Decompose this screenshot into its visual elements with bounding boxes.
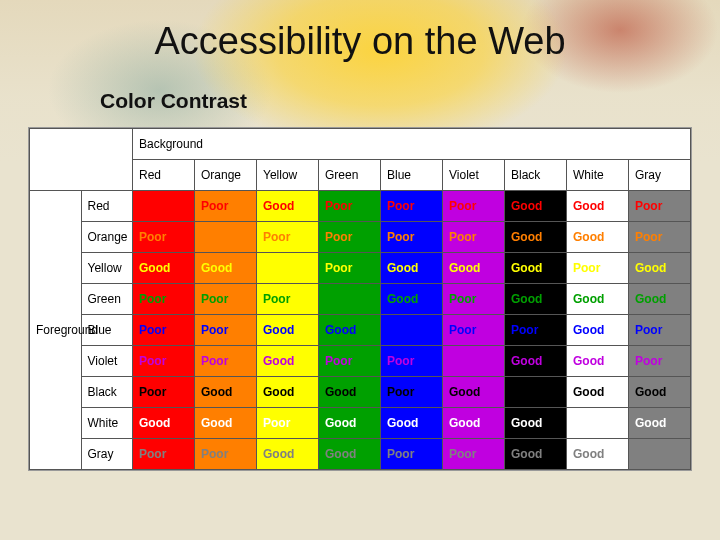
cell-gray-on-black: Good [505,439,567,470]
fg-row-violet: Violet [81,346,133,377]
bg-col-yellow: Yellow [257,160,319,191]
fg-row-black: Black [81,377,133,408]
cell-blue-on-green: Good [319,315,381,346]
cell-red-on-yellow: Good [257,191,319,222]
cell-yellow-on-yellow [257,253,319,284]
cell-violet-on-violet [443,346,505,377]
table-row: BlackPoorGoodGoodGoodPoorGoodGoodGood [30,377,691,408]
cell-blue-on-yellow: Good [257,315,319,346]
table-body: ForegroundRedPoorGoodPoorPoorPoorGoodGoo… [30,191,691,470]
table-row: YellowGoodGoodPoorGoodGoodGoodPoorGood [30,253,691,284]
cell-red-on-white: Good [567,191,629,222]
cell-violet-on-black: Good [505,346,567,377]
cell-orange-on-blue: Poor [381,222,443,253]
cell-blue-on-orange: Poor [195,315,257,346]
cell-yellow-on-white: Poor [567,253,629,284]
cell-red-on-black: Good [505,191,567,222]
cell-yellow-on-gray: Good [629,253,691,284]
cell-white-on-white [567,408,629,439]
table-row: VioletPoorPoorGoodPoorPoorGoodGoodPoor [30,346,691,377]
bg-col-white: White [567,160,629,191]
fg-row-orange: Orange [81,222,133,253]
cell-orange-on-orange [195,222,257,253]
bg-col-blue: Blue [381,160,443,191]
cell-green-on-green [319,284,381,315]
cell-orange-on-black: Good [505,222,567,253]
cell-white-on-yellow: Poor [257,408,319,439]
cell-black-on-gray: Good [629,377,691,408]
cell-orange-on-white: Good [567,222,629,253]
cell-violet-on-white: Good [567,346,629,377]
page-title: Accessibility on the Web [0,20,720,63]
cell-blue-on-white: Good [567,315,629,346]
bg-col-red: Red [133,160,195,191]
cell-violet-on-gray: Poor [629,346,691,377]
contrast-table: Background RedOrangeYellowGreenBlueViole… [29,128,691,470]
bg-col-violet: Violet [443,160,505,191]
cell-black-on-orange: Good [195,377,257,408]
cell-gray-on-blue: Poor [381,439,443,470]
cell-gray-on-orange: Poor [195,439,257,470]
contrast-table-container: Background RedOrangeYellowGreenBlueViole… [28,127,692,471]
fg-row-yellow: Yellow [81,253,133,284]
cell-orange-on-green: Poor [319,222,381,253]
cell-yellow-on-blue: Good [381,253,443,284]
bg-col-orange: Orange [195,160,257,191]
cell-black-on-violet: Good [443,377,505,408]
cell-red-on-violet: Poor [443,191,505,222]
cell-violet-on-blue: Poor [381,346,443,377]
cell-green-on-violet: Poor [443,284,505,315]
table-row: GrayPoorPoorGoodGoodPoorPoorGoodGood [30,439,691,470]
cell-orange-on-violet: Poor [443,222,505,253]
table-row: WhiteGoodGoodPoorGoodGoodGoodGoodGood [30,408,691,439]
cell-gray-on-violet: Poor [443,439,505,470]
cell-yellow-on-green: Poor [319,253,381,284]
fg-row-white: White [81,408,133,439]
cell-black-on-black [505,377,567,408]
slide: Accessibility on the Web Color Contrast … [0,0,720,540]
cell-red-on-red [133,191,195,222]
cell-white-on-black: Good [505,408,567,439]
cell-blue-on-blue [381,315,443,346]
cell-gray-on-gray [629,439,691,470]
bg-col-green: Green [319,160,381,191]
table-row: ForegroundRedPoorGoodPoorPoorPoorGoodGoo… [30,191,691,222]
cell-white-on-violet: Good [443,408,505,439]
cell-gray-on-green: Good [319,439,381,470]
cell-violet-on-green: Poor [319,346,381,377]
cell-green-on-yellow: Poor [257,284,319,315]
fg-row-green: Green [81,284,133,315]
table-corner [30,129,133,191]
cell-blue-on-black: Poor [505,315,567,346]
bg-col-black: Black [505,160,567,191]
cell-white-on-gray: Good [629,408,691,439]
cell-white-on-blue: Good [381,408,443,439]
cell-green-on-black: Good [505,284,567,315]
cell-orange-on-gray: Poor [629,222,691,253]
cell-gray-on-white: Good [567,439,629,470]
cell-green-on-blue: Good [381,284,443,315]
cell-blue-on-violet: Poor [443,315,505,346]
cell-violet-on-red: Poor [133,346,195,377]
cell-violet-on-orange: Poor [195,346,257,377]
cell-red-on-green: Poor [319,191,381,222]
bg-col-gray: Gray [629,160,691,191]
cell-black-on-red: Poor [133,377,195,408]
cell-blue-on-gray: Poor [629,315,691,346]
fg-row-red: Red [81,191,133,222]
cell-white-on-red: Good [133,408,195,439]
cell-black-on-white: Good [567,377,629,408]
cell-white-on-orange: Good [195,408,257,439]
cell-green-on-orange: Poor [195,284,257,315]
cell-red-on-blue: Poor [381,191,443,222]
table-row: GreenPoorPoorPoorGoodPoorGoodGoodGood [30,284,691,315]
fg-row-gray: Gray [81,439,133,470]
cell-yellow-on-orange: Good [195,253,257,284]
cell-black-on-yellow: Good [257,377,319,408]
cell-yellow-on-red: Good [133,253,195,284]
cell-orange-on-yellow: Poor [257,222,319,253]
cell-green-on-white: Good [567,284,629,315]
cell-red-on-orange: Poor [195,191,257,222]
cell-violet-on-yellow: Good [257,346,319,377]
cell-yellow-on-violet: Good [443,253,505,284]
